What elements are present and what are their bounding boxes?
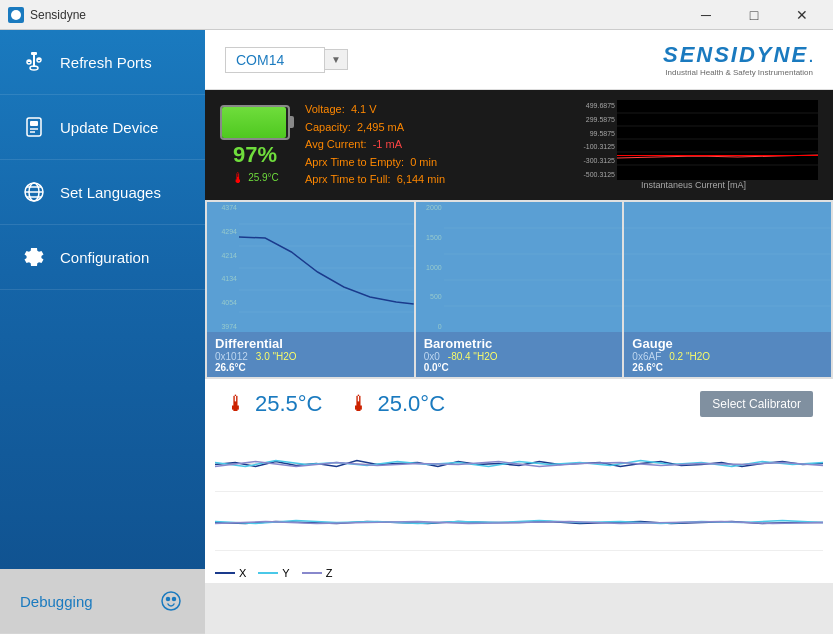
legend-z-label: Z bbox=[326, 567, 333, 579]
battery-temperature: 25.9°C bbox=[248, 172, 279, 183]
thermometer-icon-battery: 🌡 bbox=[231, 170, 245, 186]
barometric-name: Barometric bbox=[424, 336, 615, 351]
battery-section: 97% 🌡 25.9°C Voltage: 4.1 V Capacity: 2,… bbox=[205, 90, 833, 200]
sidebar-item-debugging[interactable]: Debugging bbox=[0, 569, 205, 634]
thermometer-icon-2: 🌡 bbox=[348, 391, 370, 417]
capacity-row: Capacity: 2,495 mA bbox=[305, 119, 554, 137]
app-body: Refresh Ports Update Device bbox=[0, 30, 833, 634]
sensor-barometric: 2000 1500 1000 500 0 bbox=[416, 202, 623, 377]
baro-y-labels: 2000 1500 1000 500 0 bbox=[416, 202, 444, 332]
gauge-chart-area bbox=[624, 202, 831, 332]
window-controls: ─ □ ✕ bbox=[683, 0, 825, 30]
close-button[interactable]: ✕ bbox=[779, 0, 825, 30]
differential-chart-inner: 4374 4294 4214 4134 4054 3974 bbox=[207, 202, 414, 332]
minimize-button[interactable]: ─ bbox=[683, 0, 729, 30]
gauge-label: Gauge 0x6AF 0.2 "H2O 26.6°C bbox=[624, 332, 831, 377]
battery-fill bbox=[222, 107, 286, 138]
voltage-row: Voltage: 4.1 V bbox=[305, 101, 554, 119]
configuration-label: Configuration bbox=[60, 249, 149, 266]
svg-rect-8 bbox=[27, 118, 41, 136]
svg-rect-9 bbox=[30, 121, 38, 126]
barometric-chart-area: 2000 1500 1000 500 0 bbox=[416, 202, 623, 332]
sidebar: Refresh Ports Update Device bbox=[0, 30, 205, 634]
y-label-3: 99.5875 bbox=[569, 130, 615, 137]
legend-z-line bbox=[302, 572, 322, 574]
baro-value: -80.4 "H2O bbox=[448, 351, 498, 362]
capacity-value: 2,495 mA bbox=[357, 121, 404, 133]
sensor-row: 4374 4294 4214 4134 4054 3974 bbox=[205, 200, 833, 379]
logo-dot: . bbox=[809, 49, 813, 65]
baro-temp: 0.0°C bbox=[424, 362, 615, 373]
differential-chart-area: 4374 4294 4214 4134 4054 3974 bbox=[207, 202, 414, 332]
main-content: ▼ SENSIDYNE . Industrial Health & Safety… bbox=[205, 30, 833, 634]
voltage-value: 4.1 V bbox=[351, 103, 377, 115]
svg-point-17 bbox=[162, 592, 180, 610]
differential-name: Differential bbox=[215, 336, 406, 351]
voltage-label: Voltage: bbox=[305, 103, 345, 115]
barometric-chart-inner: 2000 1500 1000 500 0 bbox=[416, 202, 623, 332]
time-empty-label: Aprx Time to Empty: bbox=[305, 156, 404, 168]
sidebar-item-refresh-ports[interactable]: Refresh Ports bbox=[0, 30, 205, 95]
device-icon bbox=[20, 113, 48, 141]
legend-x: X bbox=[215, 567, 246, 579]
gauge-addr: 0x6AF bbox=[632, 351, 661, 362]
baro-chart-plot bbox=[444, 202, 623, 332]
gauge-svg bbox=[624, 202, 831, 332]
accel-chart-1 bbox=[215, 437, 823, 492]
select-calibrator-button[interactable]: Select Calibrator bbox=[700, 391, 813, 417]
sensor-differential: 4374 4294 4214 4134 4054 3974 bbox=[207, 202, 414, 377]
battery-percent: 97% bbox=[233, 142, 277, 168]
temperature-display: 🌡 25.5°C 🌡 25.0°C Select Calibrator bbox=[205, 379, 833, 429]
battery-temp-row: 🌡 25.9°C bbox=[231, 170, 279, 186]
app-icon bbox=[8, 7, 24, 23]
sidebar-item-update-device[interactable]: Update Device bbox=[0, 95, 205, 160]
time-full-value: 6,144 min bbox=[397, 173, 445, 185]
com-dropdown-button[interactable]: ▼ bbox=[325, 49, 348, 70]
y-label-6: -500.3125 bbox=[569, 171, 615, 178]
usb-icon bbox=[20, 48, 48, 76]
thermometer-icon-1: 🌡 bbox=[225, 391, 247, 417]
set-languages-label: Set Languages bbox=[60, 184, 161, 201]
sidebar-item-configuration[interactable]: Configuration bbox=[0, 225, 205, 290]
avg-current-label: Avg Current: bbox=[305, 138, 367, 150]
com-selector: ▼ bbox=[225, 47, 348, 73]
sensor-gauge: Gauge 0x6AF 0.2 "H2O 26.6°C bbox=[624, 202, 831, 377]
time-full-label: Aprx Time to Full: bbox=[305, 173, 391, 185]
svg-rect-1 bbox=[31, 52, 37, 55]
avg-current-value: -1 mA bbox=[373, 138, 402, 150]
chart-x-label: Instantaneus Current [mA] bbox=[569, 180, 818, 190]
battery-chart-container: 499.6875 299.5875 99.5875 -100.3125 -300… bbox=[569, 100, 818, 190]
accel-svg-2 bbox=[215, 496, 823, 550]
temp-item-2: 🌡 25.0°C bbox=[348, 391, 446, 417]
battery-chart: 499.6875 299.5875 99.5875 -100.3125 -300… bbox=[569, 100, 818, 180]
y-label-2: 299.5875 bbox=[569, 116, 615, 123]
svg-rect-2 bbox=[33, 55, 35, 67]
y-label-5: -300.3125 bbox=[569, 157, 615, 164]
temperature-value-2: 25.0°C bbox=[378, 391, 446, 417]
baro-svg bbox=[444, 202, 623, 332]
svg-point-19 bbox=[173, 598, 176, 601]
titlebar: Sensidyne ─ □ ✕ bbox=[0, 0, 833, 30]
capacity-label: Capacity: bbox=[305, 121, 351, 133]
com-port-input[interactable] bbox=[225, 47, 325, 73]
svg-point-7 bbox=[30, 66, 38, 70]
legend: X Y Z bbox=[205, 563, 833, 583]
svg-point-18 bbox=[167, 598, 170, 601]
time-full-row: Aprx Time to Full: 6,144 min bbox=[305, 171, 554, 189]
accel-svg-1 bbox=[215, 437, 823, 491]
barometric-label: Barometric 0x0 -80.4 "H2O 0.0°C bbox=[416, 332, 623, 377]
y-label-4: -100.3125 bbox=[569, 143, 615, 150]
gear-icon bbox=[20, 243, 48, 271]
current-line bbox=[617, 155, 818, 156]
y-label-1: 499.6875 bbox=[569, 102, 615, 109]
chart-svg bbox=[617, 100, 818, 180]
legend-y-label: Y bbox=[282, 567, 289, 579]
battery-percent-row: 97% bbox=[233, 142, 277, 168]
temperature-value-1: 25.5°C bbox=[255, 391, 323, 417]
app-title: Sensidyne bbox=[30, 8, 86, 22]
logo-text: SENSIDYNE bbox=[663, 42, 808, 68]
maximize-button[interactable]: □ bbox=[731, 0, 777, 30]
diff-svg bbox=[239, 202, 414, 332]
sidebar-item-set-languages[interactable]: Set Languages bbox=[0, 160, 205, 225]
battery-visual-container: 97% 🌡 25.9°C bbox=[220, 105, 290, 186]
